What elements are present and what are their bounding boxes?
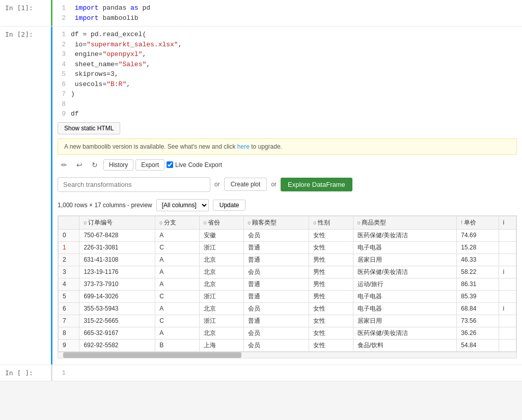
cell-extra: i: [499, 266, 516, 278]
cell-gender: 女性: [309, 315, 353, 327]
cell-1: In [1]: 1 import pandas as pd 2 import b…: [0, 0, 522, 26]
cell-extra: [499, 315, 516, 327]
search-input[interactable]: [58, 177, 210, 192]
col-selector[interactable]: [All columns]: [156, 199, 209, 211]
live-code-export-checkbox[interactable]: [167, 161, 173, 168]
cell-customer-type: 会员: [243, 339, 309, 351]
row-index: 5: [59, 290, 79, 302]
upgrade-banner: A new bamboolib version is available. Se…: [58, 138, 517, 155]
cell-gender: 男性: [309, 254, 353, 266]
output-area: Show static HTML A new bamboolib version…: [58, 119, 517, 361]
table-row: 0 750-67-8428 A 安徽 会员 女性 医药保健/美妆清洁 74.69: [59, 229, 516, 241]
cell-unit-price: 73.56: [457, 315, 499, 327]
table-row: 2 631-41-3108 A 北京 普通 男性 居家日用 46.33: [59, 254, 516, 266]
th-customer-type[interactable]: o顾客类型: [243, 216, 309, 229]
cell-province: 上海: [199, 339, 243, 351]
th-unit-price[interactable]: f单价: [457, 216, 499, 229]
search-area: or Create plot or Explore DataFrame: [58, 177, 517, 192]
cell-province: 北京: [199, 254, 243, 266]
cell-branch: A: [155, 266, 200, 278]
row-index: 6: [59, 302, 79, 315]
upgrade-link[interactable]: here: [237, 143, 250, 150]
cell-province: 北京: [199, 278, 243, 290]
cell-extra: [499, 229, 516, 241]
cell-gender: 男性: [309, 278, 353, 290]
cell-order-id: 750-67-8428: [79, 229, 155, 241]
cell-branch: A: [155, 302, 200, 315]
cell-branch: C: [155, 315, 200, 327]
explore-dataframe-button[interactable]: Explore DataFrame: [281, 178, 352, 191]
table-row: 7 315-22-5665 C 浙江 普通 女性 居家日用 73.56: [59, 315, 516, 327]
cell-2: In [2]: 1df = pd.read_excel( 2 io="super…: [0, 26, 522, 365]
export-button[interactable]: Export: [135, 159, 164, 171]
th-order-id[interactable]: o订单编号: [79, 216, 155, 229]
cell-province: 浙江: [199, 315, 243, 327]
cell-unit-price: 36.26: [457, 327, 499, 339]
cell-extra: [499, 327, 516, 339]
cell-customer-type: 普通: [243, 290, 309, 302]
cell-branch: A: [155, 254, 200, 266]
cell-province: 北京: [199, 266, 243, 278]
cell-branch: A: [155, 327, 200, 339]
cell-order-id: 226-31-3081: [79, 241, 155, 254]
th-product-type[interactable]: o商品类型: [353, 216, 456, 229]
dataframe-table: o订单编号 o分支 o省份 o顾客类型 o性别 o商品类型 f单价 i: [58, 216, 516, 352]
table-row: 8 665-32-9167 A 北京 会员 女性 医药保健/美妆清洁 36.26: [59, 327, 516, 339]
pencil-icon-button[interactable]: ✏: [58, 159, 71, 171]
th-extra: i: [499, 216, 516, 229]
code-line: 7): [58, 89, 517, 99]
table-row: 3 123-19-1176 A 北京 会员 男性 医药保健/美妆清洁 58.22…: [59, 266, 516, 278]
cell-gender: 女性: [309, 302, 353, 315]
cell-order-id: 631-41-3108: [79, 254, 155, 266]
cell-extra: [499, 254, 516, 266]
cell-unit-price: 58.22: [457, 266, 499, 278]
cell-extra: [499, 290, 516, 302]
history-button[interactable]: History: [103, 159, 133, 171]
row-index: 4: [59, 278, 79, 290]
cell-unit-price: 85.39: [457, 290, 499, 302]
cell-order-id: 123-19-1176: [79, 266, 155, 278]
cell-1-label: In [1]:: [0, 0, 51, 26]
cell-product-type: 运动/旅行: [353, 278, 456, 290]
cell-branch: A: [155, 278, 200, 290]
cell-branch: C: [155, 241, 200, 254]
th-branch[interactable]: o分支: [155, 216, 200, 229]
cell-unit-price: 54.84: [457, 339, 499, 351]
cell-product-type: 电子电器: [353, 302, 456, 315]
cell-product-type: 医药保健/美妆清洁: [353, 229, 456, 241]
col-select-dropdown[interactable]: [All columns]: [156, 199, 209, 211]
code-line: 1df = pd.read_excel(: [58, 30, 517, 40]
row-index: 8: [59, 327, 79, 339]
th-province[interactable]: o省份: [199, 216, 243, 229]
horizontal-scrollbar[interactable]: [58, 352, 516, 358]
row-index: 7: [59, 315, 79, 327]
row-index: 3: [59, 266, 79, 278]
cell-customer-type: 普通: [243, 315, 309, 327]
cell-province: 浙江: [199, 290, 243, 302]
row-index: 1: [59, 241, 79, 254]
cell-product-type: 居家日用: [353, 254, 456, 266]
cell-product-type: 电子电器: [353, 241, 456, 254]
show-static-html-button[interactable]: Show static HTML: [58, 122, 120, 134]
live-code-export-label[interactable]: Live Code Export: [167, 161, 222, 169]
cell-3: In [ ]: 1: [0, 365, 522, 382]
code-line-1: 1 import pandas as pd: [58, 3, 517, 13]
cell-province: 安徽: [199, 229, 243, 241]
cell-customer-type: 会员: [243, 302, 309, 315]
code-line: 4 sheet_name="Sales",: [58, 60, 517, 70]
table-row: 5 699-14-3026 C 浙江 普通 男性 电子电器 85.39: [59, 290, 516, 302]
code-line: 6 usecols="B:R",: [58, 79, 517, 90]
redo-icon-button[interactable]: ↻: [88, 159, 101, 171]
row-index: 2: [59, 254, 79, 266]
undo-icon-button[interactable]: ↩: [73, 159, 86, 171]
cell-extra: i: [499, 302, 516, 315]
code-line: 8: [58, 99, 517, 109]
preview-info-text: 1,000 rows × 17 columns - preview: [58, 202, 152, 209]
code-line-2: 2 import bamboolib: [58, 13, 517, 23]
cell-extra: [499, 278, 516, 290]
update-button[interactable]: Update: [213, 200, 246, 211]
notebook: In [1]: 1 import pandas as pd 2 import b…: [0, 0, 522, 381]
create-plot-button[interactable]: Create plot: [224, 178, 267, 191]
th-gender[interactable]: o性别: [309, 216, 353, 229]
cell-unit-price: 74.69: [457, 229, 499, 241]
